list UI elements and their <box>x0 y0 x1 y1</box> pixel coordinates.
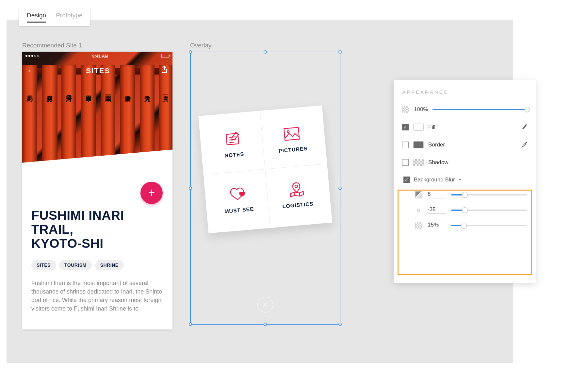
shadow-label: Shadow <box>428 159 527 166</box>
svg-rect-1 <box>284 127 299 140</box>
overlay-label-must-see: MUST SEE <box>224 206 254 215</box>
overlay-label-logistics: LOGISTICS <box>282 201 314 210</box>
resize-handle-tl[interactable] <box>189 50 192 54</box>
blur-label: Background Blur <box>414 177 455 183</box>
fill-swatch[interactable] <box>413 124 424 131</box>
artboard-1-label[interactable]: Recommended Site 1 <box>22 42 82 49</box>
blur-opacity-slider[interactable] <box>451 225 527 226</box>
close-overlay-button[interactable] <box>257 297 273 313</box>
blur-brightness-value[interactable]: -35 <box>428 206 446 214</box>
tag-shrine[interactable]: SHRINE <box>95 260 124 270</box>
opacity-checker-icon <box>402 106 409 113</box>
back-arrow-icon[interactable]: ← <box>27 66 35 76</box>
overlay-label-notes: NOTES <box>224 151 244 159</box>
nav-title: SITES <box>86 67 110 75</box>
blur-checkbox[interactable] <box>403 177 410 183</box>
artboard-recommended-site[interactable]: 八川貴臆 二日目湾 本同国市 岡玉蔵一 宮崎康治 秀夫 一貴 馬刻 9:41 A… <box>22 52 172 330</box>
tag-row: SITES TOURISM SHRINE <box>31 260 163 270</box>
battery-icon <box>161 54 169 58</box>
overlay-cell-pictures[interactable]: PICTURES <box>260 109 324 169</box>
tab-design[interactable]: Design <box>27 12 46 23</box>
fill-label: Fill <box>428 124 517 130</box>
overlay-cell-must-see[interactable]: MUST SEE <box>207 169 270 230</box>
border-swatch[interactable] <box>413 141 424 148</box>
svg-point-2 <box>287 130 289 133</box>
resize-handle-mr[interactable] <box>338 187 342 190</box>
site-title: FUSHIMI INARI TRAIL, KYOTO-SHI <box>31 209 163 251</box>
eyedropper-icon[interactable] <box>521 124 527 131</box>
status-bar: 9:41 AM <box>22 52 172 60</box>
overlay-cell-notes[interactable]: NOTES <box>202 114 265 175</box>
chevron-down-icon[interactable]: ▾ <box>459 178 461 182</box>
shadow-swatch[interactable] <box>413 159 424 166</box>
blur-opacity-row: 15% <box>402 222 527 229</box>
shadow-checkbox[interactable] <box>402 159 409 166</box>
panel-title: APPEARANCE <box>402 89 527 95</box>
overlay-cell-logistics[interactable]: LOGISTICS <box>265 164 329 225</box>
tag-sites[interactable]: SITES <box>31 260 56 270</box>
tutorial-highlight <box>398 190 532 275</box>
blur-amount-value[interactable]: 8 <box>428 191 446 198</box>
overlay-menu-card[interactable]: NOTES PICTURES MUST SEE LOGISTICS <box>198 105 332 233</box>
background-blur-row: Background Blur ▾ <box>402 177 527 183</box>
blur-amount-icon <box>415 191 422 198</box>
opacity-value[interactable]: 100% <box>414 106 428 113</box>
pictures-icon <box>281 125 302 143</box>
shadow-row: Shadow <box>402 157 527 168</box>
opacity-slider[interactable] <box>433 109 527 110</box>
brightness-icon: ☼ <box>415 207 422 214</box>
border-checkbox[interactable] <box>402 142 409 148</box>
blur-brightness-slider[interactable] <box>451 210 527 211</box>
fab-add-button[interactable]: + <box>140 182 163 204</box>
resize-handle-bl[interactable] <box>189 323 192 326</box>
svg-rect-0 <box>226 133 239 144</box>
resize-handle-tm[interactable] <box>264 50 267 54</box>
artboard-2-label[interactable]: Overlay <box>190 42 211 49</box>
blur-amount-row: 8 <box>402 191 527 198</box>
svg-point-3 <box>295 185 298 188</box>
eyedropper-icon[interactable] <box>521 141 527 149</box>
mode-tabs: Design Prototype <box>19 7 90 26</box>
overlay-label-pictures: PICTURES <box>278 145 308 154</box>
tag-tourism[interactable]: TOURISM <box>59 260 92 270</box>
fill-checkbox[interactable] <box>402 124 409 130</box>
resize-handle-tr[interactable] <box>338 50 342 54</box>
artboard-overlay[interactable]: NOTES PICTURES MUST SEE LOGISTICS <box>190 52 340 325</box>
tab-prototype[interactable]: Prototype <box>56 12 82 23</box>
resize-handle-ml[interactable] <box>189 187 192 190</box>
share-icon[interactable] <box>161 65 168 76</box>
blur-opacity-icon <box>415 222 422 229</box>
resize-handle-bm[interactable] <box>264 323 267 326</box>
map-pin-icon <box>286 180 307 198</box>
border-label: Border <box>428 142 517 148</box>
resize-handle-br[interactable] <box>338 323 342 326</box>
appearance-panel: APPEARANCE 100% Fill Border Shadow Backg… <box>394 80 536 283</box>
heart-icon <box>227 185 248 203</box>
status-time: 9:41 AM <box>92 54 108 59</box>
blur-amount-slider[interactable] <box>451 194 527 195</box>
notes-icon <box>222 129 243 147</box>
border-row: Border <box>402 139 527 150</box>
signal-dots-icon <box>25 55 39 57</box>
nav-bar: ← SITES <box>22 65 172 76</box>
blur-brightness-row: ☼ -35 <box>402 206 527 214</box>
site-description: Fushimi Inari is the most important of s… <box>31 279 163 313</box>
blur-opacity-value[interactable]: 15% <box>428 222 446 229</box>
fill-row: Fill <box>402 122 527 133</box>
opacity-row: 100% <box>402 104 527 115</box>
